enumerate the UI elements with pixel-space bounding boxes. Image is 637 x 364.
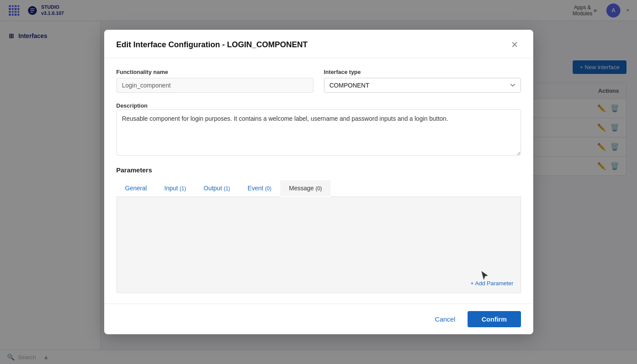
functionality-name-input[interactable]	[116, 78, 313, 93]
parameters-title: Parameters	[116, 166, 521, 174]
description-textarea[interactable]: Reusable component for login purposes. I…	[116, 109, 521, 156]
interface-type-label: Interface type	[324, 69, 521, 75]
tab-output[interactable]: Output (1)	[195, 180, 239, 197]
modal-overlay: Edit Interface Configuration - LOGIN_COM…	[0, 0, 637, 364]
tab-event[interactable]: Event (0)	[239, 180, 280, 197]
tab-general[interactable]: General	[116, 180, 156, 197]
functionality-name-group: Functionality name	[116, 69, 313, 93]
tab-content-message: + Add Parameter	[116, 197, 521, 293]
close-button[interactable]: ✕	[509, 38, 521, 51]
cancel-button[interactable]: Cancel	[428, 312, 462, 326]
modal-header: Edit Interface Configuration - LOGIN_COM…	[104, 30, 533, 58]
interface-type-select[interactable]: COMPONENT PAGE MODAL FRAGMENT	[324, 78, 521, 93]
tab-message[interactable]: Message (0)	[280, 180, 331, 197]
description-group: Description Reusable component for login…	[116, 102, 521, 158]
modal-footer: Cancel Confirm	[104, 304, 533, 334]
interface-type-group: Interface type COMPONENT PAGE MODAL FRAG…	[324, 69, 521, 93]
tab-input[interactable]: Input (1)	[155, 180, 195, 197]
form-row-top: Functionality name Interface type COMPON…	[116, 69, 521, 93]
modal: Edit Interface Configuration - LOGIN_COM…	[104, 30, 533, 334]
add-parameter-link[interactable]: + Add Parameter	[471, 280, 514, 287]
confirm-button[interactable]: Confirm	[468, 311, 521, 327]
modal-title: Edit Interface Configuration - LOGIN_COM…	[116, 40, 308, 49]
description-label: Description	[116, 102, 148, 109]
parameters-section: Parameters General Input (1) Output (1) …	[116, 166, 521, 293]
parameters-tabs: General Input (1) Output (1) Event (0) M…	[116, 180, 521, 197]
modal-body: Functionality name Interface type COMPON…	[104, 58, 533, 304]
functionality-name-label: Functionality name	[116, 69, 313, 75]
